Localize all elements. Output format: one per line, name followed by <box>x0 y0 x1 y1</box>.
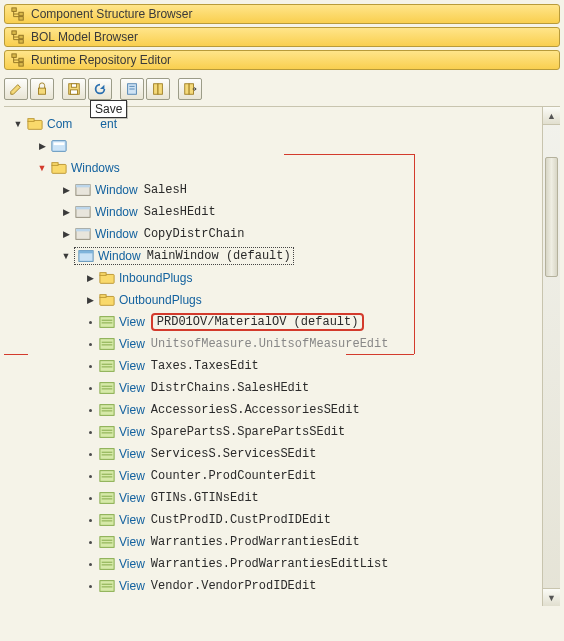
tree-node-models[interactable]: ▶ <box>12 135 538 157</box>
tree-node-view[interactable]: ViewServicesS.ServicesSEdit <box>12 443 538 465</box>
svg-rect-50 <box>100 405 114 416</box>
leaf-icon <box>84 536 96 548</box>
svg-rect-41 <box>100 339 114 350</box>
folder-open-icon <box>26 116 44 132</box>
panel-title: Component Structure Browser <box>31 7 192 21</box>
svg-rect-25 <box>52 163 58 166</box>
window-icon <box>77 248 95 264</box>
panel-bol-model[interactable]: BOL Model Browser <box>4 27 560 47</box>
tree-node-view[interactable]: ViewWarranties.ProdWarrantiesEdit <box>12 531 538 553</box>
svg-rect-7 <box>19 58 23 62</box>
tree-node-view[interactable]: ViewAccessoriesS.AccessoriesSEdit <box>12 399 538 421</box>
expand-icon[interactable]: ▶ <box>60 206 72 218</box>
vertical-scrollbar[interactable]: ▲ ▼ <box>542 107 560 606</box>
svg-rect-21 <box>28 119 34 122</box>
annotation-line <box>346 354 414 355</box>
panel-component-structure[interactable]: Component Structure Browser <box>4 4 560 24</box>
highlight-annotation: PRD01OV/MaterialOV (default) <box>151 313 365 331</box>
scroll-up-button[interactable]: ▲ <box>543 107 560 125</box>
leaf-icon <box>84 360 96 372</box>
tree-node-view[interactable]: ViewCounter.ProdCounterEdit <box>12 465 538 487</box>
expand-icon[interactable]: ▶ <box>60 184 72 196</box>
save-button[interactable] <box>62 78 86 100</box>
svg-rect-3 <box>12 31 16 35</box>
edit-button[interactable] <box>4 78 28 100</box>
tree-node-view[interactable]: ViewTaxes.TaxesEdit <box>12 355 538 377</box>
svg-rect-34 <box>100 274 114 283</box>
node-name: AccessoriesS.AccessoriesSEdit <box>151 403 360 417</box>
tree-node-inboundplugs[interactable]: ▶ InboundPlugs <box>12 267 538 289</box>
tree-node-window[interactable]: ▶ Window CopyDistrChain <box>12 223 538 245</box>
svg-rect-22 <box>52 141 66 152</box>
svg-rect-27 <box>76 185 90 188</box>
collapse-icon[interactable]: ▼ <box>36 162 48 174</box>
tree-icon <box>11 53 25 67</box>
leaf-icon <box>84 514 96 526</box>
tree-node-outboundplugs[interactable]: ▶ OutboundPlugs <box>12 289 538 311</box>
toolbar: Save <box>4 78 560 100</box>
window-icon <box>74 204 92 220</box>
svg-rect-53 <box>100 427 114 438</box>
svg-rect-2 <box>19 17 23 21</box>
leaf-icon <box>84 338 96 350</box>
scroll-down-button[interactable]: ▼ <box>543 588 560 606</box>
scroll-thumb[interactable] <box>545 157 558 277</box>
leaf-icon <box>84 382 96 394</box>
doc-button[interactable] <box>120 78 144 100</box>
node-name: ServicesS.ServicesSEdit <box>151 447 317 461</box>
node-name: GTINs.GTINsEdit <box>151 491 259 505</box>
svg-rect-38 <box>100 317 114 328</box>
collapse-icon[interactable]: ▼ <box>60 250 72 262</box>
node-name: UnitsofMeasure.UnitsofMeasureEdit <box>151 337 389 351</box>
node-name: Warranties.ProdWarrantiesEdit <box>151 535 360 549</box>
view-icon <box>98 512 116 528</box>
tree-node-view[interactable]: ViewWarranties.ProdWarrantiesEditList <box>12 553 538 575</box>
tree-node-view[interactable]: ViewCustProdID.CustProdIDEdit <box>12 509 538 531</box>
refresh-button[interactable] <box>88 78 112 100</box>
find-next-button[interactable] <box>178 78 202 100</box>
annotation-line <box>414 154 415 354</box>
svg-rect-6 <box>12 54 16 58</box>
leaf-icon <box>84 470 96 482</box>
annotation-line <box>4 354 28 355</box>
expand-icon[interactable]: ▶ <box>36 140 48 152</box>
tree-node-view[interactable]: ViewVendor.VendorProdIDEdit <box>12 575 538 597</box>
svg-rect-17 <box>158 84 162 95</box>
node-label: Windows <box>71 161 120 175</box>
node-label: Com <box>47 117 72 131</box>
tree-node-mainwindow[interactable]: ▼ Window MainWindow (default) <box>12 245 538 267</box>
leaf-icon <box>84 316 96 328</box>
node-name: Vendor.VendorProdIDEdit <box>151 579 317 593</box>
lock-button[interactable] <box>30 78 54 100</box>
tree-node-window[interactable]: ▶ Window SalesH <box>12 179 538 201</box>
tree-node-view[interactable]: ViewGTINs.GTINsEdit <box>12 487 538 509</box>
expand-icon[interactable]: ▶ <box>60 228 72 240</box>
panel-runtime-repo[interactable]: Runtime Repository Editor <box>4 50 560 70</box>
view-icon <box>98 424 116 440</box>
tree-node-view[interactable]: ViewSparePartsS.SparePartsSEdit <box>12 421 538 443</box>
leaf-icon <box>84 426 96 438</box>
tree-node-windows[interactable]: ▼ Windows <box>12 157 538 179</box>
panel-title: BOL Model Browser <box>31 30 138 44</box>
find-button[interactable] <box>146 78 170 100</box>
view-icon <box>98 578 116 594</box>
tree-node-window[interactable]: ▶ Window SalesHEdit <box>12 201 538 223</box>
node-name: SalesHEdit <box>144 205 216 219</box>
tree-node-view[interactable]: ViewUnitsofMeasure.UnitsofMeasureEdit <box>12 333 538 355</box>
expand-icon[interactable]: ▶ <box>84 294 96 306</box>
svg-rect-47 <box>100 383 114 394</box>
node-label: InboundPlugs <box>119 271 192 285</box>
tree-node-view[interactable]: ViewDistrChains.SalesHEdit <box>12 377 538 399</box>
expand-icon[interactable]: ▶ <box>84 272 96 284</box>
window-icon <box>74 226 92 242</box>
node-name: CopyDistrChain <box>144 227 245 241</box>
view-icon <box>98 468 116 484</box>
node-name: MainWindow (default) <box>147 249 291 263</box>
collapse-icon[interactable]: ▼ <box>12 118 24 130</box>
svg-rect-20 <box>28 120 42 129</box>
svg-rect-5 <box>19 40 23 44</box>
view-icon <box>98 336 116 352</box>
view-icon <box>98 534 116 550</box>
tree-node-view-highlighted[interactable]: View PRD01OV/MaterialOV (default) <box>12 311 538 333</box>
node-name: Counter.ProdCounterEdit <box>151 469 317 483</box>
